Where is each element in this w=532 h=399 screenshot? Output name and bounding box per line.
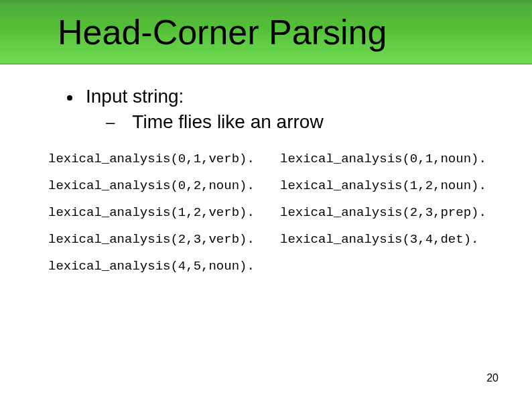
lexical-block: lexical_analysis(0,1,verb). lexical_anal… — [0, 152, 532, 274]
dash-icon: – — [106, 113, 115, 131]
slide-number: 20 — [486, 372, 498, 384]
lexical-cell: lexical_analysis(2,3,verb). — [48, 232, 273, 247]
lexical-cell: lexical_analysis(2,3,prep). — [280, 205, 505, 220]
lexical-cell: lexical_analysis(0,1,verb). — [48, 152, 273, 166]
lexical-cell — [280, 259, 505, 274]
bullet-row: Input string: — [67, 86, 492, 107]
lexical-cell: lexical_analysis(0,1,noun). — [280, 152, 505, 166]
lexical-cell: lexical_analysis(0,2,noun). — [48, 178, 273, 193]
title-band: Head-Corner Parsing — [0, 0, 532, 64]
sub-bullet-row: – Time flies like an arrow — [67, 111, 492, 133]
slide-title: Head-Corner Parsing — [0, 12, 387, 52]
lexical-cell: lexical_analysis(1,2,verb). — [48, 205, 273, 220]
lexical-grid: lexical_analysis(0,1,verb). lexical_anal… — [48, 152, 505, 274]
content-area: Input string: – Time flies like an arrow — [0, 64, 532, 133]
bullet-disc-icon — [67, 95, 72, 101]
bullet-label: Input string: — [86, 86, 184, 107]
lexical-cell: lexical_analysis(1,2,noun). — [280, 178, 505, 193]
lexical-cell: lexical_analysis(3,4,det). — [280, 232, 505, 247]
sub-bullet-text: Time flies like an arrow — [132, 111, 323, 133]
lexical-cell: lexical_analysis(4,5,noun). — [48, 259, 273, 274]
